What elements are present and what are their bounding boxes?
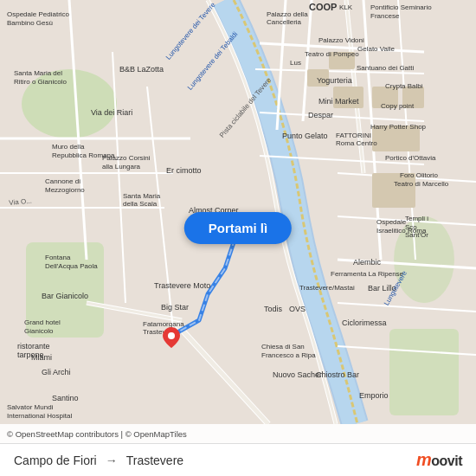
svg-rect-27 [402,87,424,108]
svg-point-33 [168,332,175,339]
coop-label: COOP [309,2,337,12]
svg-point-4 [394,216,454,303]
svg-rect-29 [372,173,415,208]
origin-label[interactable]: Campo de Fiori [14,453,97,467]
portami-button[interactable]: Portami lì [184,212,292,244]
svg-rect-3 [389,329,459,415]
svg-rect-31 [307,69,329,87]
destination-label[interactable]: Trastevere [126,453,183,467]
attribution-bar: © OpenStreetMap contributors | © OpenMap… [0,424,476,443]
map-container: COOP Ospedale PediatricoBambino Gesù San… [0,0,476,424]
svg-rect-30 [329,52,355,69]
svg-rect-32 [333,87,363,108]
attribution-text: © OpenStreetMap contributors | © OpenMap… [7,429,187,439]
svg-rect-28 [372,125,420,151]
svg-point-1 [22,69,117,138]
moovit-logo: moovit [416,450,462,470]
svg-rect-26 [372,87,398,108]
bottom-bar: Campo de Fiori → Trastevere moovit [0,443,476,476]
route-arrow: → [106,453,118,467]
svg-rect-2 [26,242,104,338]
